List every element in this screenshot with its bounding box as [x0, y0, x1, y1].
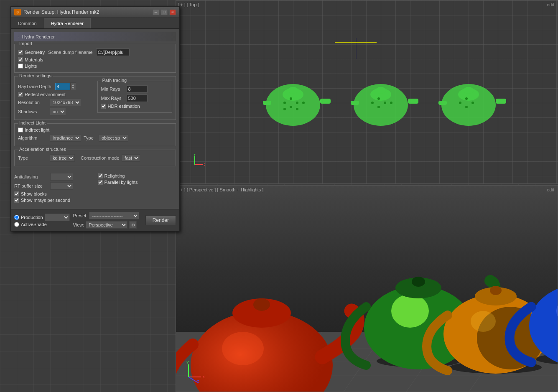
lights-checkbox[interactable]: [18, 64, 23, 69]
indirect-light-group: Indirect Light Indirect light Algorithm …: [14, 123, 176, 146]
preset-select[interactable]: --------------------: [89, 212, 139, 219]
accel-type-label: Type: [18, 155, 47, 160]
parallel-lights-checkbox[interactable]: [98, 180, 103, 185]
algorithm-select[interactable]: irradiance: [50, 134, 81, 142]
hdr-checkbox[interactable]: [101, 104, 106, 109]
svg-text:Z: Z: [197, 379, 199, 383]
svg-point-30: [465, 106, 468, 108]
svg-point-7: [296, 102, 298, 104]
spin-up-icon[interactable]: ▲: [71, 83, 76, 87]
svg-point-21: [390, 102, 392, 104]
antialiasing-select[interactable]: [50, 173, 73, 181]
svg-point-48: [253, 298, 270, 311]
svg-rect-25: [496, 99, 506, 104]
min-rays-input[interactable]: [127, 85, 148, 93]
activeshade-radio[interactable]: [14, 222, 19, 227]
svg-point-8: [290, 106, 292, 108]
svg-point-54: [412, 277, 425, 287]
render-mode-group: Production ActiveShade: [14, 214, 70, 227]
resolution-select[interactable]: 1024x768: [50, 99, 81, 106]
scene-dump-input[interactable]: [96, 48, 130, 56]
svg-text:X: X: [202, 375, 205, 379]
dialog-tabs: Common Hydra Renderer: [11, 18, 179, 29]
production-row: Production: [14, 214, 70, 221]
rt-buffer-select[interactable]: [50, 182, 73, 190]
svg-text:Y: Y: [186, 360, 189, 364]
tab-common[interactable]: Common: [11, 18, 44, 28]
raytrace-row: RayTrace Depth: ▲ ▼: [18, 82, 93, 90]
import-group-label: Import: [18, 41, 33, 46]
shadows-label: Shadows: [18, 109, 47, 114]
raytrace-spinner-btn[interactable]: ▲ ▼: [70, 82, 76, 90]
materials-checkbox[interactable]: [18, 57, 23, 62]
import-group: Import Geometry Scene dump filename Mate…: [14, 44, 176, 73]
reflect-env-checkbox[interactable]: [18, 92, 23, 97]
top-viewport[interactable]: [ + ] [ Top ] edit X Y: [176, 0, 558, 184]
misc-right: Relighting Parallel by lights: [98, 171, 176, 186]
svg-line-75: [189, 377, 197, 382]
svg-point-49: [222, 332, 264, 365]
show-mrays-checkbox[interactable]: [14, 198, 19, 203]
minimize-button[interactable]: ─: [153, 9, 159, 15]
production-select[interactable]: [45, 214, 70, 221]
shadows-select[interactable]: on: [50, 108, 66, 115]
indirect-light-cb-row: Indirect light: [18, 127, 172, 132]
preset-label: Preset:: [73, 213, 88, 218]
show-blocks-checkbox[interactable]: [14, 191, 19, 196]
antialiasing-row: Antialiasing: [14, 173, 93, 181]
production-radio[interactable]: [14, 215, 19, 220]
view-row: View: Perspective ⚙: [73, 221, 142, 229]
svg-text:X: X: [204, 163, 205, 167]
svg-point-29: [471, 102, 474, 104]
section-header: - Hydra Renderer: [14, 32, 176, 41]
max-rays-row: Max Rays: [101, 94, 169, 102]
render-dialog: 3 Render Setup: Hydra Render mk2 ─ □ ✕ C…: [10, 6, 180, 232]
close-button[interactable]: ✕: [169, 9, 176, 15]
svg-point-2: [288, 87, 298, 94]
hdr-label: HDR estimation: [108, 104, 140, 109]
view-select[interactable]: Perspective: [86, 221, 127, 229]
svg-point-9: [302, 102, 305, 104]
max-rays-label: Max Rays: [101, 96, 124, 101]
svg-rect-3: [320, 99, 331, 104]
relighting-label: Relighting: [104, 173, 125, 178]
indirect-light-checkbox[interactable]: [18, 127, 23, 132]
svg-rect-4: [263, 101, 271, 105]
materials-checkbox-row: Materials: [18, 57, 172, 62]
rt-buffer-row: RT buffer size: [14, 182, 93, 190]
top-axis-indicator: X Y: [184, 154, 205, 175]
accel-type-row: Type kd tree Construction mode fast: [18, 154, 172, 162]
raytrace-label: RayTrace Depth:: [18, 84, 53, 89]
shadows-row: Shadows on: [18, 108, 93, 115]
scene-dump-label: Scene dump filename: [48, 50, 92, 55]
min-rays-row: Min Rays: [101, 85, 169, 93]
construction-select[interactable]: fast: [122, 154, 140, 162]
relighting-checkbox[interactable]: [98, 173, 103, 178]
show-blocks-label: Show blocks: [21, 191, 47, 196]
perspective-viewport[interactable]: [ + ] [ Perspective ] [ Smooth + Highlig…: [176, 185, 558, 392]
show-mrays-row: Show mrays per second: [14, 198, 93, 203]
resolution-label: Resolution: [18, 100, 47, 105]
geometry-checkbox[interactable]: [18, 50, 23, 55]
raytrace-input[interactable]: [55, 83, 70, 90]
max-rays-input[interactable]: [127, 94, 148, 102]
svg-point-52: [391, 294, 429, 328]
indirect-light-label-text: Indirect light: [25, 127, 49, 132]
raytrace-spinner: ▲ ▼: [55, 82, 76, 90]
parallel-lights-label: Parallel by lights: [104, 180, 138, 185]
tab-hydra-renderer[interactable]: Hydra Renderer: [44, 18, 91, 28]
type-select-indirect[interactable]: object sp: [99, 134, 128, 142]
show-blocks-row: Show blocks: [14, 191, 93, 196]
path-tracing-col: Path tracing Min Rays Max Rays: [97, 81, 173, 117]
accel-type-select[interactable]: kd tree: [50, 154, 75, 162]
resolution-row: Resolution 1024x768: [18, 99, 93, 106]
maximize-button[interactable]: □: [161, 9, 168, 15]
section-collapse[interactable]: -: [18, 33, 20, 40]
svg-point-59: [490, 286, 502, 295]
svg-point-24: [464, 87, 474, 94]
persp-viewport-label: [ + ] [ Perspective ] [ Smooth + Highlig…: [178, 187, 263, 192]
spin-down-icon[interactable]: ▼: [71, 87, 76, 90]
render-button[interactable]: Render: [145, 215, 176, 225]
svg-point-20: [377, 106, 380, 108]
view-options-button[interactable]: ⚙: [129, 221, 137, 229]
